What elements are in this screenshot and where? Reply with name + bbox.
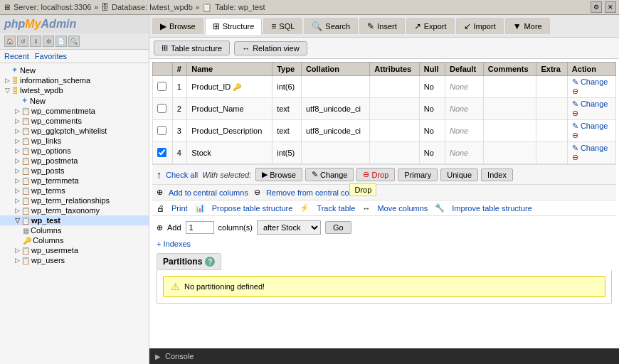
- tab-browse[interactable]: ▶ Browse: [152, 18, 203, 34]
- up-arrow-icon: ↑: [157, 169, 162, 181]
- settings2-icon[interactable]: ⚙: [43, 36, 54, 47]
- row1-checkbox[interactable]: [157, 82, 166, 91]
- index-selected-btn[interactable]: Index: [481, 168, 513, 181]
- sidebar-item-information-schema[interactable]: ▷ 🗄 information_schema: [0, 75, 149, 85]
- row4-checkbox[interactable]: [157, 148, 166, 157]
- browse-selected-btn[interactable]: ▶ Browse: [255, 168, 302, 181]
- sidebar-item-wp-options[interactable]: ▷ 📋 wp_options: [0, 146, 149, 156]
- indexes-link[interactable]: + Indexes: [152, 238, 195, 250]
- row2-null: No: [419, 98, 445, 120]
- sidebar-item-wp-comments[interactable]: ▷ 📋 wp_comments: [0, 116, 149, 126]
- add-col-input[interactable]: [186, 221, 214, 234]
- unique-selected-label: Unique: [447, 171, 472, 179]
- browse-selected-label: Browse: [270, 171, 296, 179]
- check-all-link[interactable]: Check all: [166, 171, 198, 179]
- import-tab-label: Import: [474, 22, 496, 31]
- table-posts-icon: 📋: [21, 167, 30, 175]
- sidebar-item-wp-termmeta[interactable]: ▷ 📋 wp_termmeta: [0, 176, 149, 186]
- query-icon[interactable]: 🔍: [68, 36, 80, 47]
- propose-link[interactable]: Propose table structure: [212, 204, 293, 213]
- tab-sql[interactable]: ≡ SQL: [263, 18, 302, 34]
- row3-drop-link[interactable]: ⊖: [572, 131, 611, 140]
- change-selected-btn[interactable]: ✎ Change: [305, 168, 354, 181]
- print-row: 🖨 Print 📊 Propose table structure ⚡ Trac…: [152, 200, 616, 216]
- row2-extra: [536, 98, 567, 120]
- sidebar-item-wp-gglcptch[interactable]: ▷ 📋 wp_gglcptch_whitelist: [0, 126, 149, 136]
- sidebar-item-lwtest-wpdb[interactable]: ▽ 🗄 lwtest_wpdb: [0, 85, 149, 95]
- favorites-link[interactable]: Favorites: [35, 52, 67, 60]
- row3-change-link[interactable]: ✎ Change: [572, 122, 611, 131]
- row4-drop-link[interactable]: ⊖: [572, 153, 611, 162]
- unique-selected-btn[interactable]: Unique: [440, 168, 478, 181]
- expand-lwtest-icon: ▽: [3, 86, 11, 95]
- track-link[interactable]: Track table: [317, 204, 355, 213]
- recent-link[interactable]: Recent: [4, 52, 29, 60]
- drop-selected-btn[interactable]: ⊖ Drop: [356, 168, 395, 181]
- tab-insert[interactable]: ✎ Insert: [359, 18, 405, 34]
- go-button[interactable]: Go: [325, 221, 351, 234]
- row1-drop-link[interactable]: ⊖: [572, 87, 611, 96]
- subtab-relation-view[interactable]: ↔ Relation view: [234, 41, 307, 55]
- close-icon[interactable]: ✕: [605, 1, 616, 13]
- sidebar-item-indexes[interactable]: 🔑 Columns: [0, 235, 149, 245]
- sidebar-item-wp-terms[interactable]: ▷ 📋 wp_terms: [0, 186, 149, 196]
- sidebar-item-wp-term-tax[interactable]: ▷ 📋 wp_term_taxonomy: [0, 205, 149, 215]
- print-link[interactable]: Print: [171, 204, 188, 213]
- sidebar-item-wp-links[interactable]: ▷ 📋 wp_links: [0, 136, 149, 146]
- move-cols-link[interactable]: Move columns: [377, 204, 428, 213]
- commentmeta-label: wp_commentmeta: [31, 107, 95, 115]
- row2-drop-link[interactable]: ⊖: [572, 109, 611, 118]
- sidebar-item-wp-posts[interactable]: ▷ 📋 wp_posts: [0, 166, 149, 176]
- after-col-select[interactable]: after Stock at beginning at end: [257, 220, 321, 235]
- sidebar-item-wp-users[interactable]: ▷ 📋 wp_users: [0, 255, 149, 265]
- partitions-help-icon[interactable]: ?: [205, 257, 215, 267]
- breadcrumb: 🖥 Server: localhost:3306 » 🗄 Database: l…: [3, 3, 591, 12]
- row3-checkbox[interactable]: [157, 126, 166, 135]
- sidebar-item-wp-commentmeta[interactable]: ▷ 📋 wp_commentmeta: [0, 106, 149, 116]
- info-icon[interactable]: ℹ: [30, 36, 41, 47]
- console-label: Console: [165, 352, 194, 360]
- sidebar-item-wp-term-rel[interactable]: ▷ 📋 wp_term_relationships: [0, 196, 149, 205]
- row3-num: 3: [172, 120, 186, 142]
- tab-structure[interactable]: ⊞ Structure: [205, 18, 263, 35]
- home-icon[interactable]: 🏠: [4, 36, 16, 47]
- insert-tab-label: Insert: [377, 22, 397, 31]
- sidebar-item-new2[interactable]: ✦ New: [0, 95, 149, 106]
- server-label[interactable]: Server: localhost:3306: [14, 3, 91, 11]
- sidebar-item-wp-test[interactable]: ▽ 📋 wp_test: [0, 215, 149, 225]
- tab-export[interactable]: ↗ Export: [406, 18, 455, 34]
- database-label[interactable]: Database: lwtest_wpdb: [112, 3, 193, 11]
- log-icon[interactable]: 📄: [55, 36, 67, 47]
- row4-name: Stock: [187, 142, 273, 164]
- row2-change-link[interactable]: ✎ Change: [572, 100, 611, 109]
- row2-checkbox[interactable]: [157, 104, 166, 113]
- primary-selected-btn[interactable]: Primary: [398, 168, 438, 181]
- sep2: »: [196, 4, 200, 11]
- table-label[interactable]: Table: wp_test: [215, 3, 265, 11]
- settings-icon[interactable]: ⚙: [591, 1, 602, 13]
- add-to-central-link[interactable]: Add to central columns: [169, 188, 248, 197]
- tab-more[interactable]: ▼ More: [505, 18, 550, 34]
- table-links-icon: 📋: [21, 137, 30, 145]
- row4-default: None: [445, 142, 483, 164]
- tab-import[interactable]: ↙ Import: [456, 18, 504, 34]
- refresh-icon[interactable]: ↺: [17, 36, 28, 47]
- expand-wptest-icon: ▽: [13, 216, 21, 225]
- sidebar-item-columns[interactable]: ▦ Columns: [0, 225, 149, 235]
- tab-search[interactable]: 🔍 Search: [304, 18, 358, 34]
- sidebar-item-wp-postmeta[interactable]: ▷ 📋 wp_postmeta: [0, 156, 149, 166]
- sidebar-icons: 🏠 ↺ ℹ ⚙ 📄 🔍: [0, 33, 149, 50]
- subtab-table-structure[interactable]: ⊞ Table structure: [154, 41, 230, 55]
- row1-num: 1: [172, 76, 186, 98]
- console-expand-icon[interactable]: ▶: [155, 353, 161, 360]
- improve-link[interactable]: Improve table structure: [452, 204, 532, 213]
- with-selected-label: With selected:: [202, 171, 251, 179]
- row1-default: None: [445, 76, 483, 98]
- sidebar-item-wp-usermeta[interactable]: ▷ 📋 wp_usermeta: [0, 245, 149, 255]
- sidebar-item-new[interactable]: ✦ New: [0, 65, 149, 75]
- row4-change-link[interactable]: ✎ Change: [572, 144, 611, 153]
- sep1: »: [94, 4, 98, 11]
- expand-comments-icon: ▷: [13, 117, 21, 125]
- row1-change-link[interactable]: ✎ Change: [572, 77, 611, 87]
- col-num: #: [172, 63, 186, 76]
